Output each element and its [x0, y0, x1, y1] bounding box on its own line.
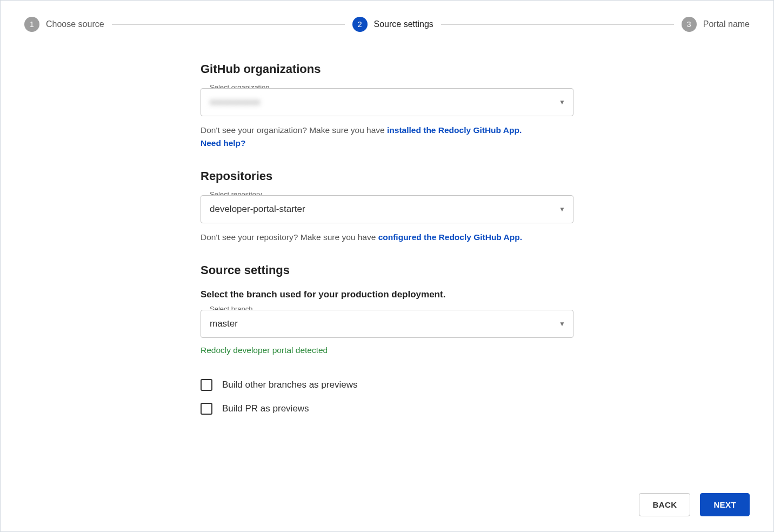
install-github-app-link[interactable]: installed the Redocly GitHub App. — [387, 125, 522, 135]
step-number-1: 1 — [24, 17, 39, 32]
checkbox-build-branches-label: Build other branches as previews — [222, 380, 357, 390]
chevron-down-icon: ▼ — [559, 98, 565, 106]
back-button[interactable]: BACK — [639, 493, 690, 516]
need-help-link[interactable]: Need help? — [201, 138, 246, 148]
configure-github-app-link[interactable]: configured the Redocly GitHub App. — [378, 232, 522, 242]
step-number-2: 2 — [352, 17, 368, 32]
next-button[interactable]: NEXT — [700, 493, 750, 516]
section-github-orgs: GitHub organizations Select organization… — [201, 62, 573, 150]
step-number-3: 3 — [682, 17, 697, 32]
checkbox-icon — [201, 403, 212, 415]
heading-source-settings: Source settings — [201, 263, 573, 277]
repo-helper-prefix: Don't see your repository? Make sure you… — [201, 232, 378, 242]
repo-helper-text: Don't see your repository? Make sure you… — [201, 231, 573, 244]
step-divider — [112, 24, 345, 25]
checkbox-build-pr[interactable]: Build PR as previews — [201, 403, 573, 415]
step-portal-name[interactable]: 3 Portal name — [682, 17, 750, 32]
heading-github-orgs: GitHub organizations — [201, 62, 573, 76]
repo-select[interactable]: developer-portal-starter ▼ — [201, 195, 573, 223]
branch-select[interactable]: master ▼ — [201, 310, 573, 338]
org-helper-prefix: Don't see your organization? Make sure y… — [201, 125, 387, 135]
chevron-down-icon: ▼ — [559, 205, 565, 213]
step-label-3: Portal name — [703, 19, 750, 29]
step-divider — [441, 24, 674, 25]
org-helper-text: Don't see your organization? Make sure y… — [201, 124, 573, 150]
heading-repositories: Repositories — [201, 169, 573, 183]
main-content: GitHub organizations Select organization… — [201, 62, 573, 496]
step-source-settings[interactable]: 2 Source settings — [352, 17, 433, 32]
stepper: 1 Choose source 2 Source settings 3 Port… — [1, 1, 773, 32]
section-repositories: Repositories Select repository developer… — [201, 169, 573, 244]
org-select-value: xxxxxxxxxxx — [210, 97, 551, 108]
branch-instruction: Select the branch used for your producti… — [201, 289, 573, 300]
section-source-settings: Source settings Select the branch used f… — [201, 263, 573, 415]
repo-select-value: developer-portal-starter — [210, 204, 551, 215]
org-select[interactable]: xxxxxxxxxxx ▼ — [201, 88, 573, 116]
branch-select-value: master — [210, 318, 551, 329]
step-label-2: Source settings — [374, 19, 433, 29]
org-select-field: Select organization xxxxxxxxxxx ▼ — [201, 88, 573, 116]
portal-detected-message: Redocly developer portal detected — [201, 345, 573, 355]
footer-actions: BACK NEXT — [639, 493, 750, 516]
checkbox-icon — [201, 379, 212, 391]
checkbox-build-pr-label: Build PR as previews — [222, 403, 309, 414]
branch-select-field: Select branch master ▼ — [201, 310, 573, 338]
step-label-1: Choose source — [46, 19, 104, 29]
checkbox-build-branches[interactable]: Build other branches as previews — [201, 379, 573, 391]
step-choose-source[interactable]: 1 Choose source — [24, 17, 104, 32]
chevron-down-icon: ▼ — [559, 320, 565, 328]
repo-select-field: Select repository developer-portal-start… — [201, 195, 573, 223]
